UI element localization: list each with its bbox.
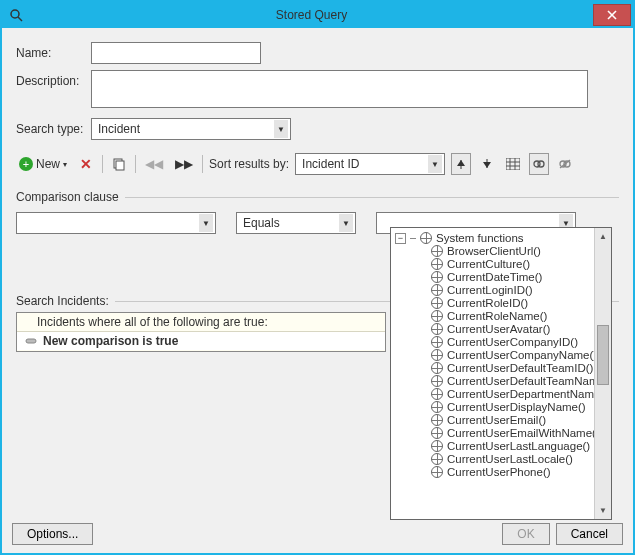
tree-item-label: CurrentUserDefaultTeamID() <box>447 362 593 374</box>
svg-point-0 <box>11 10 19 18</box>
tree-item[interactable]: CurrentRoleID() <box>393 296 592 309</box>
sortby-combo[interactable]: Incident ID ▼ <box>295 153 445 175</box>
description-label: Description: <box>16 70 91 88</box>
chevron-down-icon: ▼ <box>274 120 288 138</box>
chevron-down-icon: ▼ <box>428 155 442 173</box>
search-icon <box>2 8 30 22</box>
globe-icon <box>431 297 443 309</box>
globe-icon <box>431 466 443 478</box>
globe-icon <box>431 453 443 465</box>
next-button[interactable]: ▶▶ <box>172 153 196 175</box>
scrollbar[interactable]: ▲ ▼ <box>594 228 611 519</box>
tree-item-label: CurrentUserLastLocale() <box>447 453 573 465</box>
name-input[interactable] <box>91 42 261 64</box>
new-button[interactable]: + New ▾ <box>16 153 70 175</box>
tree-root-label: System functions <box>436 232 524 244</box>
globe-icon <box>420 232 432 244</box>
clause-field-combo[interactable]: ▼ <box>16 212 216 234</box>
globe-icon <box>431 427 443 439</box>
globe-icon <box>431 388 443 400</box>
delete-button[interactable]: ✕ <box>76 153 96 175</box>
chevron-down-icon: ▼ <box>199 214 213 232</box>
options-button[interactable]: Options... <box>12 523 93 545</box>
tree-item-label: CurrentUserEmailWithName() <box>447 427 594 439</box>
footer: Options... OK Cancel <box>12 523 623 545</box>
search-list: Incidents where all of the following are… <box>16 312 386 352</box>
tree-item[interactable]: CurrentUserEmailWithName() <box>393 426 592 439</box>
scroll-thumb[interactable] <box>597 325 609 385</box>
tree-item-label: CurrentUserAvatar() <box>447 323 550 335</box>
search-list-row-text: New comparison is true <box>43 334 178 348</box>
tree-item-label: CurrentUserEmail() <box>447 414 546 426</box>
tree-item[interactable]: CurrentUserDefaultTeamName() <box>393 374 592 387</box>
svg-rect-8 <box>506 158 520 170</box>
tree-item[interactable]: CurrentUserDepartmentName() <box>393 387 592 400</box>
search-list-header: Incidents where all of the following are… <box>17 313 385 332</box>
grid-button[interactable] <box>503 153 523 175</box>
scroll-up-button[interactable]: ▲ <box>595 228 611 245</box>
chevron-down-icon: ▼ <box>339 214 353 232</box>
tree-item-label: BrowserClientUrl() <box>447 245 541 257</box>
tree-item[interactable]: CurrentUserLastLanguage() <box>393 439 592 452</box>
scroll-track[interactable] <box>595 245 611 502</box>
tree-item-label: CurrentUserCompanyName() <box>447 349 594 361</box>
tree-item-label: CurrentRoleName() <box>447 310 547 322</box>
globe-icon <box>431 336 443 348</box>
globe-icon <box>431 401 443 413</box>
close-button[interactable] <box>593 4 631 26</box>
tree-item[interactable]: CurrentRoleName() <box>393 309 592 322</box>
globe-icon <box>431 375 443 387</box>
scroll-down-button[interactable]: ▼ <box>595 502 611 519</box>
tree-item-label: CurrentRoleID() <box>447 297 528 309</box>
description-input[interactable] <box>91 70 588 108</box>
separator <box>135 155 136 173</box>
value-dropdown-panel: − System functions BrowserClientUrl()Cur… <box>390 227 612 520</box>
globe-icon <box>431 271 443 283</box>
comparison-section: Comparison clause <box>16 190 619 204</box>
tree-item[interactable]: CurrentUserEmail() <box>393 413 592 426</box>
tree-item[interactable]: CurrentUserCompanyID() <box>393 335 592 348</box>
tree-item[interactable]: CurrentUserLastLocale() <box>393 452 592 465</box>
tree-item[interactable]: CurrentUserPhone() <box>393 465 592 478</box>
clause-operator-value: Equals <box>243 216 339 230</box>
unlink-button[interactable] <box>555 153 575 175</box>
comparison-label: Comparison clause <box>16 190 119 204</box>
svg-rect-18 <box>26 339 36 343</box>
copy-button[interactable] <box>109 153 129 175</box>
collapse-icon[interactable]: − <box>395 233 406 244</box>
toolbar: + New ▾ ✕ ◀◀ ▶▶ Sort results by: Inciden… <box>16 152 619 176</box>
ok-button[interactable]: OK <box>502 523 549 545</box>
tree-item[interactable]: BrowserClientUrl() <box>393 244 592 257</box>
plus-icon: + <box>19 157 33 171</box>
tree-item-label: CurrentUserPhone() <box>447 466 551 478</box>
sort-desc-button[interactable] <box>477 153 497 175</box>
searchtype-combo[interactable]: Incident ▼ <box>91 118 291 140</box>
svg-line-1 <box>18 17 22 21</box>
searchtype-label: Search type: <box>16 118 91 136</box>
clause-operator-combo[interactable]: Equals ▼ <box>236 212 356 234</box>
tree-item[interactable]: CurrentUserDefaultTeamID() <box>393 361 592 374</box>
tree-item[interactable]: CurrentDateTime() <box>393 270 592 283</box>
cancel-button[interactable]: Cancel <box>556 523 623 545</box>
sort-asc-button[interactable] <box>451 153 471 175</box>
tree-item-label: CurrentUserDefaultTeamName() <box>447 375 594 387</box>
link-button[interactable] <box>529 153 549 175</box>
dialog-window: Stored Query Name: Description: Search t… <box>0 0 635 555</box>
tree-item[interactable]: CurrentUserDisplayName() <box>393 400 592 413</box>
tree-item-label: CurrentUserDisplayName() <box>447 401 586 413</box>
function-tree: − System functions BrowserClientUrl()Cur… <box>391 228 594 519</box>
search-list-row[interactable]: New comparison is true <box>17 332 385 350</box>
globe-icon <box>431 349 443 361</box>
tree-item[interactable]: CurrentUserAvatar() <box>393 322 592 335</box>
globe-icon <box>431 323 443 335</box>
tree-root[interactable]: − System functions <box>393 232 592 244</box>
name-label: Name: <box>16 42 91 60</box>
window-title: Stored Query <box>30 8 593 22</box>
globe-icon <box>431 258 443 270</box>
tree-item[interactable]: CurrentUserCompanyName() <box>393 348 592 361</box>
prev-button[interactable]: ◀◀ <box>142 153 166 175</box>
tree-item[interactable]: CurrentCulture() <box>393 257 592 270</box>
globe-icon <box>431 414 443 426</box>
new-label: New <box>36 157 60 171</box>
tree-item[interactable]: CurrentLoginID() <box>393 283 592 296</box>
